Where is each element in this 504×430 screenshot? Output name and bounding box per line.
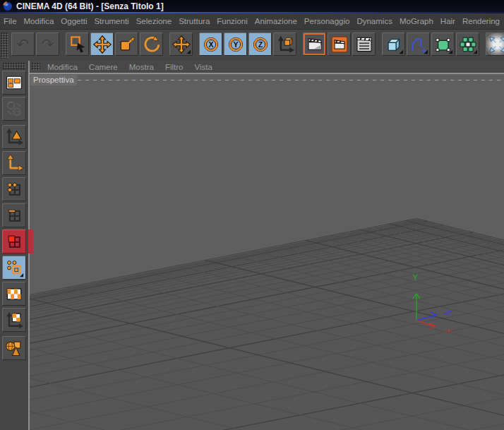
model-mode-button[interactable] bbox=[2, 256, 26, 280]
axis-ring-icon: Y bbox=[226, 35, 246, 54]
scale-square-arrow-icon bbox=[117, 35, 137, 54]
menu-personaggio[interactable]: Personaggio bbox=[301, 17, 354, 25]
workplane-objects-button[interactable] bbox=[2, 336, 26, 360]
viewport-canvas[interactable]: Prospettiva Y Z X bbox=[30, 73, 504, 430]
viewport-menu-filtro[interactable]: Filtro bbox=[160, 63, 189, 71]
viewport-menu-modifica[interactable]: Modifica bbox=[42, 63, 83, 71]
expand-arrows-icon bbox=[488, 35, 504, 54]
viewport-menu-mostra[interactable]: Mostra bbox=[124, 63, 160, 71]
title-bar: CINEMA 4D (64 Bit) - [Senza Titolo 1] bbox=[0, 0, 504, 12]
last-used-tool-button[interactable] bbox=[169, 32, 193, 56]
main-toolbar: ↶ ↷ bbox=[0, 30, 504, 64]
undo-button[interactable]: ↶ bbox=[11, 32, 35, 56]
mode-sidebar bbox=[0, 61, 28, 430]
window-title: CINEMA 4D (64 Bit) - [Senza Titolo 1] bbox=[16, 1, 164, 11]
add-spline-button[interactable] bbox=[407, 32, 430, 56]
clapperboard-icon bbox=[306, 35, 324, 54]
rotate-tool-button[interactable] bbox=[140, 32, 163, 56]
edges-mode-button[interactable] bbox=[2, 203, 26, 227]
menu-strumenti[interactable]: Strumenti bbox=[90, 17, 132, 25]
sidebar-grip[interactable] bbox=[3, 63, 25, 69]
selection-rect-cursor-icon bbox=[68, 35, 88, 54]
layout-button[interactable] bbox=[2, 71, 26, 95]
axis-ring-icon: X bbox=[201, 35, 221, 54]
viewport-panel: Modifica Camere Mostra Filtro Vista Pros… bbox=[28, 61, 504, 430]
menu-modifica[interactable]: Modifica bbox=[20, 17, 58, 25]
axis-ring-icon: Z bbox=[251, 35, 270, 54]
convert-globe-icon bbox=[4, 99, 24, 119]
green-cubes-cluster-icon bbox=[458, 35, 478, 54]
texture-mode-button[interactable] bbox=[2, 282, 26, 306]
add-cube-primitive-button[interactable] bbox=[382, 32, 405, 56]
viewport-menubar-grip[interactable] bbox=[32, 63, 40, 71]
redo-button[interactable]: ↷ bbox=[36, 32, 59, 56]
add-cloner-button[interactable] bbox=[456, 32, 479, 56]
layout-panels-icon bbox=[4, 73, 24, 92]
menu-bar: File Modifica Oggetti Strumenti Selezion… bbox=[0, 13, 504, 30]
checker-texture-icon bbox=[4, 284, 24, 304]
points-mode-button[interactable] bbox=[2, 177, 26, 201]
triangle-axes-icon bbox=[4, 127, 24, 147]
axis-x-label: X bbox=[440, 328, 455, 333]
menu-animazione[interactable]: Animazione bbox=[251, 17, 301, 25]
menu-dynamics[interactable]: Dynamics bbox=[353, 17, 395, 25]
lock-x-axis-button[interactable]: X bbox=[199, 32, 222, 56]
menu-file[interactable]: File bbox=[0, 17, 20, 25]
menu-oggetti[interactable]: Oggetti bbox=[57, 17, 90, 25]
model-objects-icon bbox=[4, 258, 24, 277]
enable-axis-button[interactable] bbox=[2, 151, 26, 175]
axes-cube-icon bbox=[275, 35, 295, 54]
svg-text:Z: Z bbox=[258, 40, 263, 48]
axis-z-label: Z bbox=[442, 310, 453, 316]
checker-axes-icon bbox=[4, 310, 24, 330]
live-selection-button[interactable] bbox=[66, 32, 89, 56]
blue-cube-icon bbox=[384, 35, 404, 54]
points-grid-icon bbox=[4, 179, 24, 199]
redo-arrow-icon: ↷ bbox=[42, 37, 54, 52]
work-area: Modifica Camere Mostra Filtro Vista Pros… bbox=[0, 61, 504, 430]
add-subdivision-surface-button[interactable] bbox=[431, 32, 455, 56]
clapperboard-orange-icon bbox=[330, 35, 349, 54]
move-cross-arrows-icon bbox=[172, 35, 191, 54]
move-tool-button[interactable] bbox=[90, 32, 114, 56]
lock-y-axis-button[interactable]: Y bbox=[224, 32, 247, 56]
lock-z-axis-button[interactable]: Z bbox=[248, 32, 272, 56]
clapperboard-list-icon bbox=[354, 35, 374, 54]
menu-selezione[interactable]: Selezione bbox=[133, 17, 176, 25]
menu-rendering[interactable]: Rendering bbox=[459, 17, 503, 25]
undo-arrow-icon: ↶ bbox=[17, 37, 30, 52]
scale-project-button[interactable] bbox=[486, 32, 504, 56]
toolbar-grip[interactable] bbox=[1, 32, 8, 59]
cinema4d-window: CINEMA 4D (64 Bit) - [Senza Titolo 1] Fi… bbox=[0, 0, 504, 430]
rotate-circular-arrow-icon bbox=[142, 35, 162, 54]
render-settings-button[interactable] bbox=[352, 32, 376, 56]
svg-text:X: X bbox=[208, 40, 213, 48]
view-label: Prospettiva bbox=[30, 75, 77, 85]
primitives-cluster-icon bbox=[4, 338, 24, 358]
edges-grid-icon bbox=[4, 205, 24, 225]
render-view-button[interactable] bbox=[303, 32, 326, 56]
menu-struttura[interactable]: Struttura bbox=[175, 17, 213, 25]
texture-axis-mode-button[interactable] bbox=[2, 308, 26, 332]
svg-text:Y: Y bbox=[233, 40, 238, 48]
coordinate-system-button[interactable] bbox=[273, 32, 296, 56]
polygons-mode-button[interactable] bbox=[2, 229, 26, 253]
menu-mograph[interactable]: MoGraph bbox=[396, 17, 437, 25]
axis-y-label: Y bbox=[412, 272, 419, 282]
app-logo-icon bbox=[3, 1, 13, 11]
viewport-menu-vista[interactable]: Vista bbox=[188, 63, 217, 71]
viewport-menubar: Modifica Camere Mostra Filtro Vista bbox=[30, 61, 504, 73]
spline-curve-icon bbox=[409, 35, 428, 54]
menu-hair[interactable]: Hair bbox=[437, 17, 459, 25]
move-cross-arrows-icon bbox=[92, 35, 112, 54]
polygons-grid-icon bbox=[4, 232, 24, 251]
viewport-menu-camere[interactable]: Camere bbox=[83, 63, 124, 71]
make-editable-button[interactable] bbox=[2, 125, 26, 149]
render-picture-viewer-button[interactable] bbox=[328, 32, 351, 56]
menu-funzioni[interactable]: Funzioni bbox=[213, 17, 251, 25]
orange-axis-icon bbox=[4, 153, 24, 173]
world-axis-gizmo: Y Z X bbox=[30, 74, 504, 430]
exchange-button[interactable] bbox=[2, 97, 26, 121]
green-cage-cube-icon bbox=[433, 35, 453, 54]
scale-tool-button[interactable] bbox=[115, 32, 138, 56]
